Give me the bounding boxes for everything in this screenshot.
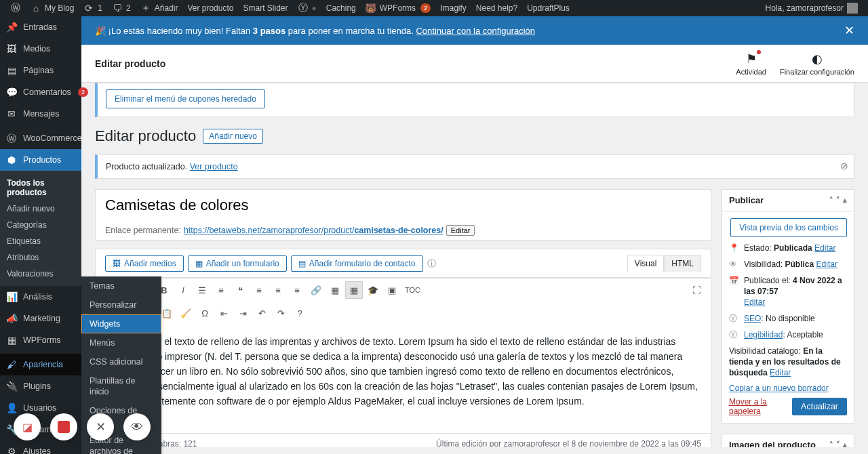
tab-html[interactable]: HTML [664, 255, 701, 272]
outdent-button[interactable]: ⇤ [215, 304, 233, 322]
menu-ajustes[interactable]: ⚙Ajustes [0, 440, 81, 454]
clear-button[interactable]: 🧹 [177, 304, 195, 322]
fullscreen-button[interactable]: ⛶ [688, 281, 705, 299]
menu-productos[interactable]: ⬢Productos [0, 149, 81, 171]
menu-wpforms[interactable]: ▦WPForms [0, 329, 81, 351]
wpforms-item[interactable]: 🐻WPForms2 [361, 0, 435, 16]
menu-paginas[interactable]: ▤Páginas [0, 60, 81, 81]
edit-visibility-link[interactable]: Editar [816, 260, 837, 269]
edit-catalog-link[interactable]: Editar [770, 368, 791, 377]
menu-entradas[interactable]: 📌Entradas [0, 16, 81, 38]
quote-button[interactable]: ❝ [231, 281, 249, 299]
title-input[interactable] [96, 190, 711, 221]
menu-marketing[interactable]: 📣Marketing [0, 308, 81, 329]
subitem-etiquetas[interactable]: Etiquetas [0, 233, 81, 249]
menu-analisis[interactable]: 📊Análisis [0, 286, 81, 308]
menu-medios[interactable]: 🖽Medios [0, 38, 81, 60]
need-help[interactable]: Need help? [471, 0, 522, 16]
menu-mensajes[interactable]: ✉Mensajes [0, 103, 81, 125]
updraft[interactable]: UpdraftPlus [522, 0, 574, 16]
preview-button[interactable]: Vista previa de los cambios [730, 218, 847, 237]
edit-date-link[interactable]: Editar [744, 297, 765, 307]
toggle-icon[interactable]: ▴ [843, 440, 847, 447]
flyout-menus[interactable]: Menús [81, 333, 161, 352]
flyout-css[interactable]: CSS adicional [81, 352, 161, 371]
add-new-button[interactable]: Añadir nuevo [203, 129, 263, 144]
legib-link[interactable]: Legibilidad [744, 330, 783, 339]
toc-button[interactable]: TOC [402, 281, 423, 299]
move-up-icon[interactable]: ˄ [829, 440, 833, 447]
rec-stop-button[interactable] [50, 413, 77, 440]
remove-coupons-button[interactable]: Eliminar el menú de cupones heredado [106, 89, 265, 108]
caching[interactable]: Caching [321, 0, 361, 16]
view-product-link[interactable]: Ver producto [190, 162, 238, 171]
yoast-icon[interactable]: Ⓨ● [293, 0, 321, 16]
finalize-button[interactable]: ◐Finalizar configuración [780, 51, 854, 76]
add-form-button[interactable]: ▦Añadir un formulario [188, 255, 287, 272]
move-down-icon[interactable]: ˅ [836, 196, 840, 205]
banner-link[interactable]: Continuar con la configuración [416, 26, 535, 36]
toggle-icon[interactable]: ▴ [843, 196, 847, 205]
seo-link[interactable]: SEO [744, 314, 761, 323]
update-button[interactable]: Actualizar [792, 398, 847, 415]
subitem-anadir[interactable]: Añadir nuevo [0, 201, 81, 217]
view-product[interactable]: Ver producto [182, 0, 238, 16]
char-button[interactable]: Ω [196, 304, 214, 322]
add-contact-button[interactable]: ▤Añadir formulario de contacto [291, 255, 423, 272]
dismiss-notice[interactable]: ⊘ [840, 161, 848, 171]
menu-plugins[interactable]: 🔌Plugins [0, 375, 81, 397]
add-new[interactable]: ＋Añadir [136, 0, 183, 16]
smart-slider[interactable]: Smart Slider [238, 0, 292, 16]
flyout-plantillas[interactable]: Plantillas de inicio [81, 371, 161, 401]
subitem-todos[interactable]: Todos los productos [0, 175, 81, 201]
align-right-button[interactable]: ≡ [288, 281, 306, 299]
tab-visual[interactable]: Visual [627, 255, 664, 272]
banner-close[interactable]: ✕ [844, 23, 854, 38]
updates[interactable]: ⟳1 [79, 0, 107, 16]
ol-button[interactable]: ≡ [212, 281, 230, 299]
align-left-button[interactable]: ≡ [250, 281, 268, 299]
rec-marker-button[interactable]: ◪ [14, 413, 41, 440]
copy-draft-link[interactable]: Copiar a un nuevo borrador [729, 384, 829, 393]
flyout-widgets[interactable]: Widgets [81, 314, 161, 333]
woo-icon: ⓦ [5, 132, 18, 144]
toolbar-toggle[interactable]: ▦ [345, 281, 363, 299]
icon-button[interactable]: ▣ [383, 281, 401, 299]
help-icon[interactable]: ⓘ [427, 257, 436, 270]
flyout-personalizar[interactable]: Personalizar [81, 295, 161, 314]
comments-bubble[interactable]: 🗨2 [107, 0, 136, 16]
move-up-icon[interactable]: ˄ [829, 196, 833, 205]
redo-button[interactable]: ↷ [272, 304, 290, 322]
flyout-temas[interactable]: Temas [81, 276, 161, 295]
kbd-help-button[interactable]: ? [291, 304, 309, 322]
edit-status-link[interactable]: Editar [814, 243, 835, 253]
imagify[interactable]: Imagify [435, 0, 471, 16]
wp-logo[interactable]: ⓦ [5, 0, 26, 16]
rec-close-button[interactable]: ✕ [87, 413, 114, 440]
italic-button[interactable]: I [174, 281, 192, 299]
permalink-link[interactable]: https://betawebs.net/zamoraprofesor/prod… [184, 226, 443, 235]
undo-button[interactable]: ↶ [253, 304, 271, 322]
align-center-button[interactable]: ≡ [269, 281, 287, 299]
activity-button[interactable]: ⚑Actividad [736, 51, 766, 76]
editor-footer: Número de palabras: 121 Última edición p… [96, 433, 711, 447]
special-button[interactable]: 🎓 [364, 281, 382, 299]
link-button[interactable]: 🔗 [307, 281, 325, 299]
site-name[interactable]: ⌂My Blog [26, 0, 79, 16]
editor-body[interactable]: simplemente el texto de relleno de las i… [96, 325, 711, 433]
my-account[interactable]: Hola, zamoraprofesor [761, 0, 863, 16]
permalink-edit-button[interactable]: Editar [446, 225, 475, 236]
readmore-button[interactable]: ▦ [326, 281, 344, 299]
ul-button[interactable]: ☰ [193, 281, 211, 299]
menu-comentarios[interactable]: 💬Comentarios2 [0, 81, 81, 103]
subitem-atributos[interactable]: Atributos [0, 249, 81, 266]
add-media-button[interactable]: 🖽Añadir medios [105, 255, 184, 272]
menu-apariencia[interactable]: 🖌Apariencia [0, 354, 81, 375]
menu-woocommerce[interactable]: ⓦWooCommerce [0, 127, 81, 149]
subitem-valoraciones[interactable]: Valoraciones [0, 266, 81, 282]
move-down-icon[interactable]: ˅ [836, 440, 840, 447]
indent-button[interactable]: ⇥ [234, 304, 252, 322]
trash-link[interactable]: Mover a la papelera [729, 397, 792, 416]
subitem-categorias[interactable]: Categorías [0, 217, 81, 233]
rec-hide-button[interactable]: 👁 [123, 413, 151, 440]
